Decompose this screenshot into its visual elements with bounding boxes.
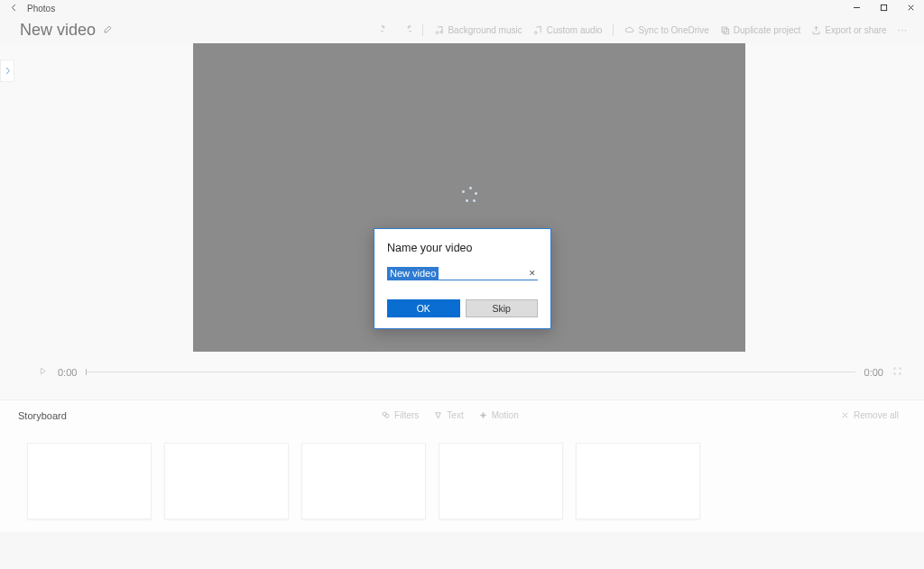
motion-icon — [478, 410, 488, 420]
background-music-button[interactable]: Background music — [429, 25, 527, 35]
project-title: New video — [20, 21, 96, 40]
cloud-icon — [624, 25, 634, 35]
close-button[interactable] — [897, 3, 924, 14]
play-button[interactable] — [36, 366, 49, 378]
loading-spinner-icon — [460, 187, 478, 205]
scrub-bar[interactable] — [86, 372, 855, 372]
sync-label: Sync to OneDrive — [638, 25, 708, 35]
motion-label: Motion — [492, 410, 519, 420]
music-icon — [434, 25, 444, 35]
export-button[interactable]: Export or share — [806, 25, 892, 35]
edit-title-button[interactable] — [103, 22, 113, 38]
export-label: Export or share — [825, 25, 886, 35]
sync-button[interactable]: Sync to OneDrive — [619, 25, 714, 35]
remove-all-label: Remove all — [854, 410, 899, 420]
current-time: 0:00 — [58, 367, 77, 378]
separator — [422, 23, 423, 36]
svg-rect-0 — [881, 5, 886, 10]
video-name-input[interactable]: New video ✕ — [387, 267, 538, 280]
text-button[interactable]: Text — [426, 410, 470, 420]
text-icon — [433, 410, 443, 420]
svg-rect-4 — [722, 27, 727, 32]
duplicate-icon — [720, 25, 730, 35]
clear-input-button[interactable]: ✕ — [527, 269, 538, 278]
name-video-dialog: Name your video New video ✕ OK Skip — [374, 228, 551, 329]
motion-button[interactable]: Motion — [471, 410, 526, 420]
audio-icon — [533, 25, 543, 35]
export-icon — [811, 25, 821, 35]
titlebar: Photos — [0, 0, 924, 16]
maximize-button[interactable] — [870, 3, 897, 14]
svg-point-1 — [437, 31, 439, 33]
duplicate-label: Duplicate project — [734, 25, 800, 35]
minimize-button[interactable] — [843, 3, 870, 14]
main-area: 0:00 0:00 — [0, 43, 924, 399]
back-button[interactable] — [0, 3, 27, 14]
svg-point-2 — [440, 31, 443, 33]
more-button[interactable]: ··· — [892, 25, 913, 35]
text-label: Text — [447, 410, 463, 420]
total-time: 0:00 — [864, 367, 883, 378]
header: New video Background music Custom audio … — [0, 16, 924, 43]
duplicate-button[interactable]: Duplicate project — [715, 25, 806, 35]
app-name: Photos — [27, 4, 55, 14]
undo-button[interactable] — [375, 25, 396, 35]
custom-audio-button[interactable]: Custom audio — [528, 25, 608, 35]
remove-all-button[interactable]: Remove all — [833, 410, 906, 420]
background-music-label: Background music — [448, 25, 522, 35]
storyboard-slot[interactable] — [439, 443, 563, 519]
ok-button[interactable]: OK — [387, 299, 460, 317]
fullscreen-button[interactable] — [892, 366, 902, 378]
storyboard-slot[interactable] — [576, 443, 700, 519]
library-flyout-tab[interactable] — [0, 60, 14, 82]
filters-label: Filters — [394, 410, 419, 420]
redo-button[interactable] — [396, 25, 417, 35]
custom-audio-label: Custom audio — [547, 25, 603, 35]
close-icon — [840, 410, 850, 420]
storyboard-title: Storyboard — [18, 410, 67, 421]
dialog-title: Name your video — [387, 242, 538, 254]
separator — [613, 23, 614, 36]
filters-button[interactable]: Filters — [374, 410, 426, 420]
video-name-value: New video — [387, 267, 439, 280]
transport-bar: 0:00 0:00 — [36, 366, 902, 378]
svg-point-3 — [534, 31, 537, 33]
storyboard-slot[interactable] — [27, 443, 152, 519]
storyboard-header: Storyboard Filters Text Motion Remove al… — [0, 399, 924, 430]
storyboard-slot[interactable] — [301, 443, 426, 519]
storyboard-strip — [0, 430, 924, 532]
storyboard-slot[interactable] — [164, 443, 289, 519]
skip-button[interactable]: Skip — [466, 299, 539, 317]
svg-rect-5 — [724, 29, 729, 34]
filters-icon — [381, 410, 391, 420]
